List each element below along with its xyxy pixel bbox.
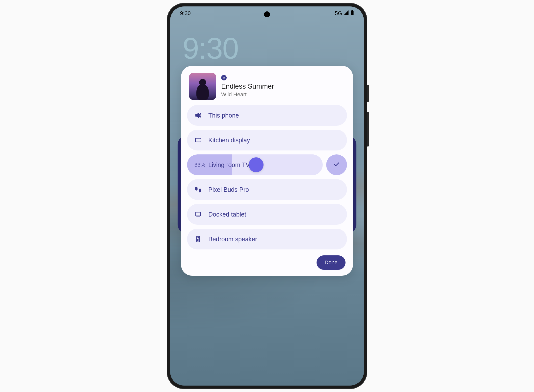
device-label: Pixel Buds Pro — [208, 186, 249, 193]
track-artist: Wild Heart — [221, 91, 345, 98]
done-button[interactable]: Done — [317, 255, 346, 270]
device-living-room-tv[interactable]: 33% Living room TV — [187, 154, 323, 175]
device-label: Docked tablet — [208, 211, 246, 218]
now-playing-header: Endless Summer Wild Heart — [187, 73, 347, 105]
device-pixel-buds-pro[interactable]: Pixel Buds Pro — [187, 179, 347, 200]
battery-icon — [350, 10, 354, 17]
power-button[interactable] — [367, 85, 369, 102]
device-label: This phone — [208, 112, 239, 119]
svg-rect-1 — [351, 10, 353, 11]
svg-point-5 — [198, 238, 199, 238]
svg-rect-2 — [195, 138, 201, 142]
volume-rocker[interactable] — [367, 112, 369, 147]
album-art[interactable] — [189, 73, 216, 100]
camera-hole — [264, 11, 270, 17]
device-list: This phone Kitchen display — [187, 105, 347, 249]
status-time: 9:30 — [180, 10, 191, 17]
device-label: Living room TV — [208, 161, 250, 169]
device-kitchen-display[interactable]: Kitchen display — [187, 130, 347, 150]
spotify-icon — [221, 75, 227, 80]
earbuds-icon — [194, 186, 202, 193]
volume-slider-thumb[interactable] — [249, 157, 264, 172]
volume-percent: 33% — [194, 162, 202, 168]
svg-rect-0 — [351, 11, 354, 15]
volume-icon — [194, 112, 202, 119]
speaker-icon — [194, 235, 202, 243]
phone-frame: 9:30 5G 9:30 — [167, 3, 367, 389]
check-icon — [333, 161, 340, 169]
device-label: Bedroom speaker — [208, 236, 257, 243]
display-icon — [194, 136, 202, 144]
svg-rect-3 — [196, 212, 201, 216]
device-bedroom-speaker[interactable]: Bedroom speaker — [187, 229, 347, 249]
device-label: Kitchen display — [208, 137, 250, 144]
network-label: 5G — [335, 10, 342, 17]
confirm-device-button[interactable] — [326, 154, 347, 175]
device-docked-tablet[interactable]: Docked tablet — [187, 204, 347, 225]
track-title: Endless Summer — [221, 82, 345, 90]
device-this-phone[interactable]: This phone — [187, 105, 347, 126]
lock-clock: 9:30 — [183, 31, 239, 65]
screen: 9:30 5G 9:30 — [170, 6, 364, 386]
output-switcher-panel: Endless Summer Wild Heart — [181, 66, 353, 276]
signal-icon — [344, 10, 349, 17]
tablet-dock-icon — [194, 211, 202, 218]
svg-point-6 — [197, 239, 199, 241]
